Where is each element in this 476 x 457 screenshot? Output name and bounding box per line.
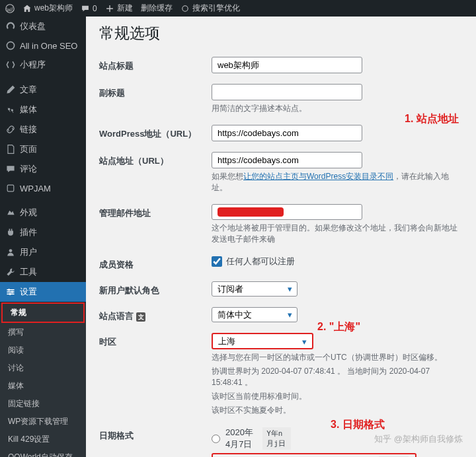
admin-email-input[interactable]	[212, 204, 362, 220]
membership-checkbox[interactable]	[212, 256, 222, 267]
menu-miniprogram[interactable]: 小程序	[0, 55, 86, 75]
menu-users[interactable]: 用户	[0, 242, 86, 262]
default-role-label: 新用户默认角色	[99, 281, 212, 297]
seo-link[interactable]: 搜索引擎优化	[180, 3, 240, 14]
menu-media[interactable]: 媒体	[0, 100, 86, 120]
svg-point-10	[8, 289, 10, 291]
date-option-2[interactable]: 2020-04-07 Y-m-d	[212, 453, 416, 457]
date-code-1: Y年n月j日	[262, 427, 291, 450]
site-url-label: 站点地址（URL）	[99, 152, 212, 167]
main-content: 常规选项 站点标题 副标题 用简洁的文字描述本站点。 WordPress地址（U…	[86, 17, 476, 457]
timezone-select[interactable]: 上海	[213, 334, 312, 348]
admin-toolbar: web架构师 0 新建 删除缓存 搜索引擎优化	[0, 0, 476, 17]
menu-dashboard[interactable]: 仪表盘	[0, 17, 86, 36]
redacted-email	[218, 207, 284, 217]
tz-desc4: 该时区不实施夏令时。	[212, 405, 463, 416]
date-format-label: 日期格式	[99, 427, 212, 442]
menu-settings[interactable]: 设置	[0, 282, 86, 302]
membership-label: 成员资格	[99, 256, 212, 271]
settings-submenu: 常规 撰写 阅读 讨论 媒体 固定链接 WP资源下载管理 Kill 429设置 …	[0, 302, 86, 457]
tz-desc2: 协调世界时为 2020-04-07 07:48:41 。 当地时间为 2020-…	[212, 366, 463, 388]
tagline-label: 副标题	[99, 84, 212, 99]
annotation-3: 3. 日期格式	[331, 418, 390, 432]
site-title-label: 站点标题	[99, 57, 212, 72]
watermark: 知乎 @架构师自我修炼	[374, 433, 463, 445]
submenu-wpdownload[interactable]: WP资源下载管理	[0, 413, 86, 431]
admin-email-desc: 这个地址将被用于管理目的。如果您修改这个地址，我们将会向新地址发送电子邮件来确	[212, 223, 463, 245]
menu-tools[interactable]: 工具	[0, 262, 86, 282]
site-url-help-link[interactable]: 让您的站点主页与WordPress安装目录不同	[243, 172, 393, 181]
submenu-qqworld[interactable]: QQWorld自动保存图片	[0, 448, 86, 457]
submenu-reading[interactable]: 阅读	[0, 341, 86, 359]
wp-url-label: WordPress地址（URL）	[99, 125, 212, 140]
menu-links[interactable]: 链接	[0, 120, 86, 139]
timezone-label: 时区	[99, 333, 212, 348]
lang-label: 站点语言文	[99, 307, 212, 322]
svg-point-12	[9, 293, 11, 295]
translate-icon: 文	[136, 312, 145, 322]
site-url-input[interactable]	[212, 152, 362, 168]
tz-desc1: 选择与您在同一时区的城市或一个UTC（协调世界时）时区偏移。	[212, 352, 463, 363]
svg-point-2	[7, 42, 14, 49]
wp-url-input[interactable]	[212, 125, 362, 141]
submenu-discussion[interactable]: 讨论	[0, 359, 86, 377]
svg-point-11	[11, 291, 13, 293]
menu-comments[interactable]: 评论	[0, 159, 86, 179]
submenu-kill429[interactable]: Kill 429设置	[0, 431, 86, 448]
menu-plugins[interactable]: 插件	[0, 223, 86, 242]
admin-sidebar: 仪表盘 All in One SEO 小程序 文章 媒体 链接 页面 评论 WP…	[0, 17, 86, 457]
date-radio-1[interactable]	[212, 435, 220, 443]
submenu-media[interactable]: 媒体	[0, 377, 86, 395]
annotation-2: 2. "上海"	[317, 320, 360, 334]
lang-select[interactable]: 简体中文	[212, 307, 298, 322]
tz-desc3: 该时区当前使用标准时间。	[212, 391, 463, 402]
annotation-1: 1. 站点地址	[405, 112, 464, 126]
submenu-writing[interactable]: 撰写	[0, 324, 86, 341]
delete-cache-link[interactable]: 删除缓存	[141, 3, 173, 14]
admin-email-label: 管理邮件地址	[99, 204, 212, 219]
membership-text: 任何人都可以注册	[226, 256, 295, 267]
new-content-link[interactable]: 新建	[105, 3, 133, 14]
submenu-permalinks[interactable]: 固定链接	[0, 395, 86, 413]
menu-wpjam[interactable]: WPJAM	[0, 179, 86, 197]
site-title-input[interactable]	[212, 57, 362, 73]
default-role-select[interactable]: 订阅者	[212, 281, 298, 297]
tagline-input[interactable]	[212, 84, 362, 100]
svg-point-6	[9, 249, 13, 252]
svg-rect-5	[7, 185, 14, 192]
submenu-general[interactable]: 常规	[1, 302, 85, 323]
page-title: 常规选项	[99, 23, 463, 44]
menu-appearance[interactable]: 外观	[0, 203, 86, 223]
menu-aioseo[interactable]: All in One SEO	[0, 36, 86, 55]
menu-posts[interactable]: 文章	[0, 80, 86, 100]
comments-link[interactable]: 0	[81, 4, 97, 13]
svg-point-1	[182, 5, 188, 11]
site-home-link[interactable]: web架构师	[22, 3, 73, 14]
wp-logo[interactable]	[5, 4, 15, 13]
site-url-desc: 如果您想让您的站点主页与WordPress安装目录不同，请在此输入地址。	[212, 171, 463, 193]
menu-pages[interactable]: 页面	[0, 139, 86, 159]
